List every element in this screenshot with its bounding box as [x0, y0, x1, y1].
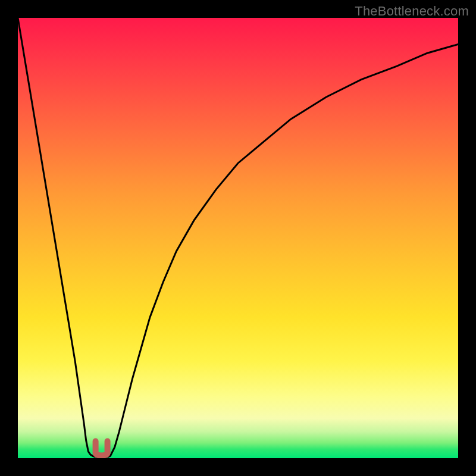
outer-frame: TheBottleneck.com — [0, 0, 476, 476]
attribution-label: TheBottleneck.com — [355, 4, 469, 19]
plot-background-gradient — [18, 18, 458, 458]
